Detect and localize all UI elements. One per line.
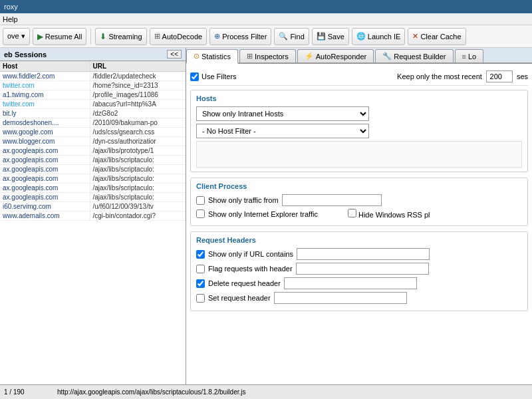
wrench-icon: 🔧 [382, 52, 392, 61]
url-contains-checkbox[interactable] [196, 250, 205, 259]
table-row[interactable]: www.google.com/uds/css/gsearch.css [0, 128, 186, 137]
table-row[interactable]: www.fiddler2.com/fiddler2/updatecheck [0, 72, 186, 81]
table-row[interactable]: bit.ly/dzG8o2 [0, 109, 186, 118]
move-button[interactable]: ove ▾ [3, 28, 30, 45]
url-cell: /uds/css/gsearch.css [90, 128, 186, 137]
save-button[interactable]: 💾 Save [312, 28, 349, 45]
autodecode-button[interactable]: ⊞ AutoDecode [150, 28, 207, 45]
table-row[interactable]: ax.googleapis.com/ajax/libs/scriptaculo: [0, 156, 186, 165]
hide-rss-checkbox[interactable] [348, 209, 356, 217]
url-contains-input[interactable] [297, 248, 430, 260]
sessions-table: Host URL www.fiddler2.com/fiddler2/updat… [0, 61, 186, 221]
streaming-label: Streaming [108, 33, 142, 41]
host-cell: www.google.com [0, 128, 90, 137]
tab-log[interactable]: ≡ Lo [455, 49, 484, 63]
tab-autoresponder-label: AutoResponder [316, 53, 366, 61]
log-icon: ≡ [462, 53, 466, 61]
table-row[interactable]: i60.servimg.com/u/f60/12/00/39/13/tv [0, 202, 186, 211]
host-cell: i60.servimg.com [0, 202, 90, 211]
table-row[interactable]: ax.googleapis.com/ajax/libs/scriptaculo: [0, 193, 186, 202]
flag-header-label: Flag requests with header [208, 265, 293, 273]
delete-header-checkbox[interactable] [196, 279, 205, 288]
traffic-from-input[interactable] [282, 194, 382, 206]
set-header-input[interactable] [274, 292, 407, 304]
table-row[interactable]: ax.googleapis.com/ajax/libs/scriptaculo: [0, 184, 186, 193]
tab-statistics[interactable]: ⊙ Statistics [186, 49, 238, 64]
status-count: 1 / 190 [4, 388, 44, 396]
separator [90, 29, 91, 45]
host-filter-row-2: - No Host Filter - [196, 124, 522, 138]
process-filter-button[interactable]: ⊕ Process Filter [209, 28, 271, 45]
col-host: Host [0, 61, 90, 72]
sessions-scroll[interactable]: Host URL www.fiddler2.com/fiddler2/updat… [0, 61, 186, 384]
find-button[interactable]: 🔍 Find [274, 28, 309, 45]
collapse-button[interactable]: << [167, 50, 182, 59]
url-cell: /2010/09/bakuman-po [90, 118, 186, 128]
status-bar: 1 / 190 http://ajax.googleapis.com/ajax/… [0, 384, 532, 399]
table-row[interactable]: www.ademails.com/cgi-bin/contador.cgi? [0, 211, 186, 221]
col-url: URL [90, 61, 186, 72]
resume-all-button[interactable]: ▶ Resume All [33, 28, 87, 45]
table-row[interactable]: twitter.com/abacus?url=http%3A [0, 100, 186, 109]
table-row[interactable]: demosdeshonen..../2010/09/bakuman-po [0, 118, 186, 128]
flag-header-checkbox[interactable] [196, 265, 205, 273]
flag-header-input[interactable] [296, 263, 429, 275]
url-cell: /profile_images/11086 [90, 90, 186, 100]
table-row[interactable]: www.blogger.com/dyn-css/authorizatior [0, 137, 186, 146]
table-row[interactable]: twitter.com/home?since_id=2313 [0, 81, 186, 90]
delete-header-input[interactable] [284, 277, 417, 289]
delete-header-label: Delete request header [208, 279, 281, 287]
url-cell: /dzG8o2 [90, 109, 186, 118]
main-layout: eb Sessions << Host URL www.fiddler2.com… [0, 48, 532, 384]
table-row[interactable]: ax.googleapis.com/ajax/libs/scriptaculo: [0, 174, 186, 184]
tab-log-label: Lo [468, 53, 476, 61]
url-cell: /u/f60/12/00/39/13/tv [90, 202, 186, 211]
table-row[interactable]: ax.googleapis.com/ajax/libs/prototype/1 [0, 146, 186, 156]
url-cell: /ajax/libs/scriptaculo: [90, 193, 186, 202]
host-dropdown-1[interactable]: Show only Intranet Hosts Show all hosts … [196, 106, 369, 121]
hosts-section: Hosts Show only Intranet Hosts Show all … [190, 90, 528, 172]
url-cell: /fiddler2/updatecheck [90, 72, 186, 81]
streaming-button[interactable]: ⬇ Streaming [95, 28, 146, 45]
use-filters-checkbox[interactable] [190, 72, 199, 81]
host-filter-row-1: Show only Intranet Hosts Show all hosts … [196, 106, 522, 121]
url-cell: /ajax/libs/prototype/1 [90, 146, 186, 156]
set-header-checkbox[interactable] [196, 294, 205, 303]
menu-help[interactable]: Help [3, 15, 18, 23]
url-cell: /ajax/libs/scriptaculo: [90, 156, 186, 165]
lightning-icon: ⚡ [305, 52, 314, 61]
url-cell: /abacus?url=http%3A [90, 100, 186, 109]
toolbar: ove ▾ ▶ Resume All ⬇ Streaming ⊞ AutoDec… [0, 25, 532, 48]
cache-icon: ✕ [412, 32, 418, 41]
keep-recent-input[interactable] [486, 70, 513, 82]
use-filters-label[interactable]: Use Filters [190, 72, 237, 81]
host-dropdown-2[interactable]: - No Host Filter - [196, 124, 369, 138]
host-cell: www.blogger.com [0, 137, 90, 146]
tab-inspectors[interactable]: ⊞ Inspectors [239, 49, 296, 63]
set-header-row: Set request header [196, 292, 522, 304]
process-filter-label: Process Filter [222, 33, 267, 41]
save-label: Save [328, 33, 344, 41]
tab-autoresponder[interactable]: ⚡ AutoResponder [297, 49, 374, 63]
clear-cache-button[interactable]: ✕ Clear Cache [408, 28, 466, 45]
play-icon: ▶ [37, 32, 43, 41]
show-traffic-from-checkbox[interactable] [196, 196, 205, 205]
menu-bar: Help [0, 13, 532, 25]
launch-ie-button[interactable]: 🌐 Launch IE [352, 28, 406, 45]
left-panel-header: eb Sessions << [0, 48, 186, 61]
hosts-text-area[interactable] [196, 141, 522, 168]
host-cell: ax.googleapis.com [0, 174, 90, 184]
tab-requestbuilder[interactable]: 🔧 Request Builder [375, 49, 453, 63]
tab-requestbuilder-label: Request Builder [394, 53, 446, 61]
url-contains-label: Show only if URL contains [208, 250, 293, 258]
delete-header-row: Delete request header [196, 277, 522, 289]
table-row[interactable]: a1.twimg.com/profile_images/11086 [0, 90, 186, 100]
table-row[interactable]: ax.googleapis.com/ajax/libs/scriptaculo: [0, 165, 186, 174]
host-cell: ax.googleapis.com [0, 156, 90, 165]
show-ie-checkbox[interactable] [196, 209, 205, 218]
inspect-icon: ⊞ [247, 52, 253, 61]
filter-icon: ⊕ [214, 32, 220, 41]
url-contains-row: Show only if URL contains [196, 248, 522, 260]
clock-icon: ⊙ [194, 52, 200, 61]
show-ie-label: Show only Internet Explorer traffic [208, 210, 318, 218]
